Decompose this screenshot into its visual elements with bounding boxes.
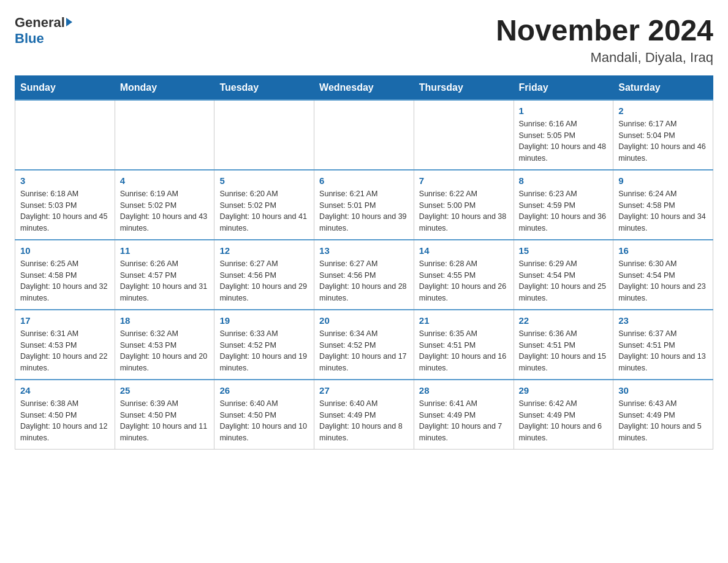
day-info: Sunrise: 6:33 AMSunset: 4:52 PMDaylight:…	[219, 328, 309, 374]
calendar-week-row: 10Sunrise: 6:25 AMSunset: 4:58 PMDayligh…	[15, 240, 713, 310]
calendar-cell: 15Sunrise: 6:29 AMSunset: 4:54 PMDayligh…	[514, 240, 613, 310]
day-info: Sunrise: 6:40 AMSunset: 4:50 PMDaylight:…	[219, 398, 309, 444]
calendar-cell	[214, 100, 314, 170]
day-number: 22	[519, 315, 609, 326]
day-number: 18	[120, 315, 210, 326]
calendar-cell: 23Sunrise: 6:37 AMSunset: 4:51 PMDayligh…	[613, 310, 713, 380]
calendar-cell: 1Sunrise: 6:16 AMSunset: 5:05 PMDaylight…	[514, 100, 613, 170]
calendar-cell: 21Sunrise: 6:35 AMSunset: 4:51 PMDayligh…	[414, 310, 514, 380]
logo-blue-label: Blue	[15, 31, 44, 47]
day-number: 9	[618, 175, 708, 186]
day-number: 10	[20, 245, 110, 256]
day-info: Sunrise: 6:30 AMSunset: 4:54 PMDaylight:…	[618, 258, 708, 304]
day-number: 14	[419, 245, 509, 256]
day-number: 13	[319, 245, 409, 256]
day-number: 15	[519, 245, 609, 256]
weekday-header: Thursday	[414, 75, 514, 100]
location-title: Mandali, Diyala, Iraq	[496, 50, 713, 66]
day-info: Sunrise: 6:20 AMSunset: 5:02 PMDaylight:…	[219, 188, 309, 234]
weekday-header: Monday	[115, 75, 214, 100]
title-block: November 2024 Mandali, Diyala, Iraq	[496, 15, 713, 66]
page-header: General Blue November 2024 Mandali, Diya…	[15, 15, 713, 66]
day-info: Sunrise: 6:29 AMSunset: 4:54 PMDaylight:…	[519, 258, 609, 304]
calendar-cell: 9Sunrise: 6:24 AMSunset: 4:58 PMDaylight…	[613, 170, 713, 240]
calendar-header-row: SundayMondayTuesdayWednesdayThursdayFrid…	[15, 75, 713, 100]
day-info: Sunrise: 6:38 AMSunset: 4:50 PMDaylight:…	[20, 398, 110, 444]
day-info: Sunrise: 6:26 AMSunset: 4:57 PMDaylight:…	[120, 258, 210, 304]
day-info: Sunrise: 6:35 AMSunset: 4:51 PMDaylight:…	[419, 328, 509, 374]
calendar-cell: 17Sunrise: 6:31 AMSunset: 4:53 PMDayligh…	[15, 310, 115, 380]
day-info: Sunrise: 6:39 AMSunset: 4:50 PMDaylight:…	[120, 398, 210, 444]
day-info: Sunrise: 6:23 AMSunset: 4:59 PMDaylight:…	[519, 188, 609, 234]
calendar-cell: 25Sunrise: 6:39 AMSunset: 4:50 PMDayligh…	[115, 380, 214, 450]
day-number: 6	[319, 175, 409, 186]
weekday-header: Tuesday	[214, 75, 314, 100]
calendar-cell	[115, 100, 214, 170]
day-number: 8	[519, 175, 609, 186]
day-info: Sunrise: 6:21 AMSunset: 5:01 PMDaylight:…	[319, 188, 409, 234]
calendar-cell: 8Sunrise: 6:23 AMSunset: 4:59 PMDaylight…	[514, 170, 613, 240]
calendar-cell: 3Sunrise: 6:18 AMSunset: 5:03 PMDaylight…	[15, 170, 115, 240]
calendar-cell: 4Sunrise: 6:19 AMSunset: 5:02 PMDaylight…	[115, 170, 214, 240]
calendar-cell: 11Sunrise: 6:26 AMSunset: 4:57 PMDayligh…	[115, 240, 214, 310]
calendar-cell: 22Sunrise: 6:36 AMSunset: 4:51 PMDayligh…	[514, 310, 613, 380]
calendar-week-row: 24Sunrise: 6:38 AMSunset: 4:50 PMDayligh…	[15, 380, 713, 450]
calendar-cell: 24Sunrise: 6:38 AMSunset: 4:50 PMDayligh…	[15, 380, 115, 450]
day-number: 20	[319, 315, 409, 326]
calendar-cell: 19Sunrise: 6:33 AMSunset: 4:52 PMDayligh…	[214, 310, 314, 380]
calendar-cell: 26Sunrise: 6:40 AMSunset: 4:50 PMDayligh…	[214, 380, 314, 450]
day-number: 23	[618, 315, 708, 326]
day-info: Sunrise: 6:27 AMSunset: 4:56 PMDaylight:…	[219, 258, 309, 304]
calendar-cell	[414, 100, 514, 170]
day-info: Sunrise: 6:43 AMSunset: 4:49 PMDaylight:…	[618, 398, 708, 444]
day-number: 21	[419, 315, 509, 326]
calendar-cell: 10Sunrise: 6:25 AMSunset: 4:58 PMDayligh…	[15, 240, 115, 310]
weekday-header: Sunday	[15, 75, 115, 100]
day-info: Sunrise: 6:19 AMSunset: 5:02 PMDaylight:…	[120, 188, 210, 234]
day-info: Sunrise: 6:28 AMSunset: 4:55 PMDaylight:…	[419, 258, 509, 304]
day-number: 17	[20, 315, 110, 326]
calendar-cell: 2Sunrise: 6:17 AMSunset: 5:04 PMDaylight…	[613, 100, 713, 170]
day-number: 28	[419, 385, 509, 396]
logo: General Blue	[15, 15, 72, 47]
logo-blue-text: Blue	[15, 31, 44, 47]
day-info: Sunrise: 6:36 AMSunset: 4:51 PMDaylight:…	[519, 328, 609, 374]
calendar-cell	[15, 100, 115, 170]
day-info: Sunrise: 6:31 AMSunset: 4:53 PMDaylight:…	[20, 328, 110, 374]
calendar-cell: 12Sunrise: 6:27 AMSunset: 4:56 PMDayligh…	[214, 240, 314, 310]
day-info: Sunrise: 6:27 AMSunset: 4:56 PMDaylight:…	[319, 258, 409, 304]
calendar-cell: 18Sunrise: 6:32 AMSunset: 4:53 PMDayligh…	[115, 310, 214, 380]
calendar-cell: 7Sunrise: 6:22 AMSunset: 5:00 PMDaylight…	[414, 170, 514, 240]
day-number: 29	[519, 385, 609, 396]
calendar-week-row: 3Sunrise: 6:18 AMSunset: 5:03 PMDaylight…	[15, 170, 713, 240]
calendar-cell: 29Sunrise: 6:42 AMSunset: 4:49 PMDayligh…	[514, 380, 613, 450]
day-info: Sunrise: 6:34 AMSunset: 4:52 PMDaylight:…	[319, 328, 409, 374]
day-info: Sunrise: 6:24 AMSunset: 4:58 PMDaylight:…	[618, 188, 708, 234]
day-info: Sunrise: 6:22 AMSunset: 5:00 PMDaylight:…	[419, 188, 509, 234]
calendar-table: SundayMondayTuesdayWednesdayThursdayFrid…	[15, 75, 713, 450]
calendar-cell: 14Sunrise: 6:28 AMSunset: 4:55 PMDayligh…	[414, 240, 514, 310]
month-title: November 2024	[496, 15, 713, 47]
weekday-header: Saturday	[613, 75, 713, 100]
day-number: 2	[618, 105, 708, 116]
day-number: 24	[20, 385, 110, 396]
calendar-week-row: 17Sunrise: 6:31 AMSunset: 4:53 PMDayligh…	[15, 310, 713, 380]
weekday-header: Wednesday	[314, 75, 414, 100]
calendar-cell: 30Sunrise: 6:43 AMSunset: 4:49 PMDayligh…	[613, 380, 713, 450]
day-number: 16	[618, 245, 708, 256]
day-number: 5	[219, 175, 309, 186]
logo-general-label: General	[15, 15, 65, 31]
calendar-cell: 27Sunrise: 6:40 AMSunset: 4:49 PMDayligh…	[314, 380, 414, 450]
day-number: 25	[120, 385, 210, 396]
day-number: 26	[219, 385, 309, 396]
day-number: 4	[120, 175, 210, 186]
day-number: 19	[219, 315, 309, 326]
day-number: 27	[319, 385, 409, 396]
logo-general-text: General	[15, 15, 72, 31]
weekday-header: Friday	[514, 75, 613, 100]
day-number: 1	[519, 105, 609, 116]
day-info: Sunrise: 6:37 AMSunset: 4:51 PMDaylight:…	[618, 328, 708, 374]
day-info: Sunrise: 6:41 AMSunset: 4:49 PMDaylight:…	[419, 398, 509, 444]
day-number: 11	[120, 245, 210, 256]
day-number: 7	[419, 175, 509, 186]
